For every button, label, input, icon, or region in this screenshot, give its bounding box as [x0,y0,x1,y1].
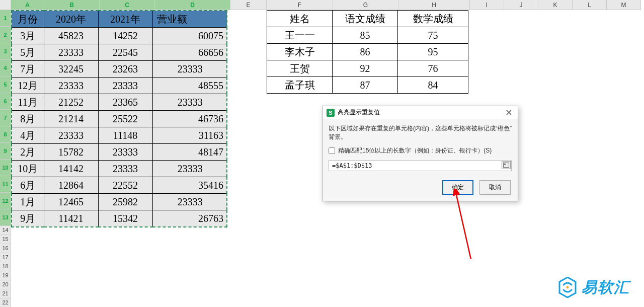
cancel-button[interactable]: 取消 [479,180,511,195]
cell[interactable]: 23333 [44,44,98,61]
cell[interactable]: 3月 [12,28,44,44]
column-header-J[interactable]: J [504,0,538,10]
cell[interactable]: 75 [398,27,468,44]
table-row[interactable]: 10月141422333323333 [12,161,227,177]
row-header-11[interactable]: 11 [0,176,11,193]
cell[interactable]: 23263 [98,61,152,78]
column-header-L[interactable]: L [573,0,607,10]
table-row[interactable]: 王一一8575 [267,27,468,44]
column-header-K[interactable]: K [538,0,573,10]
cell[interactable]: 李木子 [267,44,333,60]
cell[interactable]: 5月 [12,44,44,61]
cell[interactable]: 45823 [44,28,98,44]
row-header-2[interactable]: 2 [0,27,11,43]
table-row[interactable]: 12月233332333348555 [12,78,227,94]
cell[interactable]: 84 [398,77,468,94]
cell[interactable]: 23333 [152,61,227,78]
cell[interactable]: 8月 [12,111,44,127]
column-header-B[interactable]: B [44,0,100,10]
row-header-15[interactable]: 15 [0,235,11,244]
table-row[interactable]: 7月322452326323333 [12,61,227,78]
cell[interactable]: 12864 [44,177,98,194]
row-header-16[interactable]: 16 [0,244,11,253]
cell[interactable]: 2月 [12,144,44,161]
table-row[interactable]: 孟子琪8784 [267,77,468,94]
cell[interactable]: 25522 [98,111,152,127]
cell[interactable]: 22545 [98,44,152,61]
row-header-12[interactable]: 12 [0,193,11,209]
cell[interactable]: 21252 [44,94,98,111]
cell[interactable]: 15342 [98,210,152,227]
cell[interactable]: 86 [333,44,398,60]
row-header-8[interactable]: 8 [0,126,11,143]
table-row[interactable]: 4月233331114831163 [12,127,227,144]
column-header-C[interactable]: C [100,0,155,10]
table-row[interactable]: 8月212142552246736 [12,111,227,127]
table1-header-rev[interactable]: 营业额 [152,11,227,28]
row-header-5[interactable]: 5 [0,76,11,93]
column-header-M[interactable]: M [607,0,641,10]
table1-header-month[interactable]: 月份 [12,11,44,28]
cell[interactable]: 9月 [12,210,44,227]
cell[interactable]: 11421 [44,210,98,227]
cell[interactable]: 11月 [12,94,44,111]
cell[interactable]: 48555 [152,78,227,94]
row-header-14[interactable]: 14 [0,226,11,235]
table1-header-y2020[interactable]: 2020年 [44,11,98,28]
cell[interactable]: 76 [398,60,468,77]
table-row[interactable]: 6月128642255235416 [12,177,227,194]
cell[interactable]: 85 [333,27,398,44]
cell[interactable]: 35416 [152,177,227,194]
table-row[interactable]: 1月124652598223333 [12,194,227,210]
row-header-1[interactable]: 1 [0,10,11,27]
exact-match-checkbox[interactable] [329,147,335,154]
cell[interactable]: 23333 [152,194,227,210]
cell[interactable]: 23333 [98,78,152,94]
column-header-E[interactable]: E [230,0,267,10]
cell[interactable]: 46736 [152,111,227,127]
row-header-4[interactable]: 4 [0,60,11,76]
cell[interactable]: 4月 [12,127,44,144]
cell[interactable]: 孟子琪 [267,77,333,94]
table2-header-chn[interactable]: 语文成绩 [333,11,398,27]
cell[interactable]: 92 [333,60,398,77]
cell[interactable]: 23333 [98,144,152,161]
exact-match-checkbox-row[interactable]: 精确匹配15位以上的长数字（例如：身份证、银行卡）(S) [329,146,512,155]
cell[interactable]: 23333 [44,78,98,94]
cell[interactable]: 95 [398,44,468,60]
cell[interactable]: 26763 [152,210,227,227]
row-header-10[interactable]: 10 [0,160,11,176]
row-header-9[interactable]: 9 [0,143,11,160]
cell[interactable]: 22552 [98,177,152,194]
table-row[interactable]: 李木子8695 [267,44,468,60]
cell[interactable]: 23333 [44,127,98,144]
row-header-7[interactable]: 7 [0,110,11,126]
column-header-I[interactable]: I [470,0,504,10]
row-header-21[interactable]: 21 [0,289,11,298]
cell[interactable]: 87 [333,77,398,94]
cell[interactable]: 1月 [12,194,44,210]
cell[interactable]: 23333 [98,161,152,177]
table-row[interactable]: 3月458231425260075 [12,28,227,44]
cell[interactable]: 12月 [12,78,44,94]
row-header-6[interactable]: 6 [0,93,11,110]
table-row[interactable]: 5月233332254566656 [12,44,227,61]
table1-header-y2021[interactable]: 2021年 [98,11,152,28]
cell[interactable]: 14142 [44,161,98,177]
ok-button[interactable]: 确定 [442,180,473,195]
table-row[interactable]: 11月212522336523333 [12,94,227,111]
row-header-19[interactable]: 19 [0,271,11,280]
row-header-13[interactable]: 13 [0,209,11,226]
cell[interactable]: 14252 [98,28,152,44]
cell[interactable]: 12465 [44,194,98,210]
column-header-G[interactable]: G [333,0,398,10]
cell[interactable]: 王贺 [267,60,333,77]
cell[interactable]: 15782 [44,144,98,161]
column-header-A[interactable]: A [11,0,44,10]
table2-header-name[interactable]: 姓名 [267,11,333,27]
cell[interactable]: 王一一 [267,27,333,44]
scores-table[interactable]: 姓名语文成绩数学成绩王一一8575李木子8695王贺9276孟子琪8784 [267,10,468,94]
cell[interactable]: 23365 [98,94,152,111]
row-header-17[interactable]: 17 [0,253,11,262]
column-header-D[interactable]: D [155,0,230,10]
